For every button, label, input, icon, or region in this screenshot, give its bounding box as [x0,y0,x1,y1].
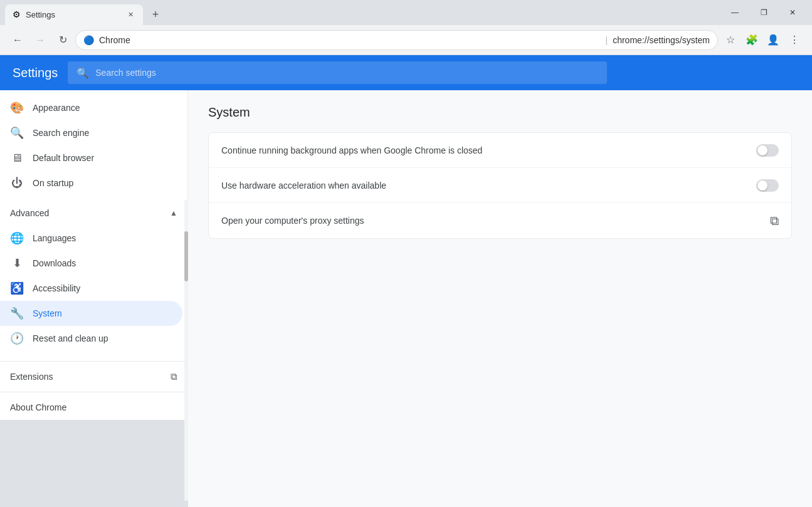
proxy-settings-label: Open your computer's proxy settings [221,216,770,226]
collapse-icon: ▲ [170,209,177,217]
address-base: Chrome [99,35,601,45]
sidebar-item-extensions[interactable]: Extensions ⧉ [0,364,187,389]
sidebar-divider-2 [0,392,187,392]
reload-button[interactable]: ↻ [53,30,73,50]
minimize-button[interactable]: — [720,3,749,23]
accessibility-icon: ♿ [10,281,24,295]
sidebar-item-appearance[interactable]: 🎨 Appearance [0,95,182,120]
system-icon: 🔧 [10,306,24,320]
about-chrome-label: About Chrome [10,402,66,412]
bookmark-button[interactable]: ☆ [720,30,741,50]
hardware-acceleration-row: Use hardware acceleration when available [209,168,791,203]
main-content: System Continue running background apps … [188,90,812,507]
hardware-acceleration-label: Use hardware acceleration when available [221,180,756,191]
nav-tools: ☆ 🧩 👤 ⋮ [720,30,804,50]
background-apps-toggle-knob [757,145,767,155]
sidebar-item-accessibility-label: Accessibility [33,283,80,293]
maximize-button[interactable]: ❐ [749,3,778,23]
search-icon: 🔍 [76,67,89,79]
proxy-settings-row: Open your computer's proxy settings ⧉ [209,203,791,238]
extensions-external-link-icon[interactable]: ⧉ [171,371,177,382]
reset-icon: 🕐 [10,332,24,345]
hardware-acceleration-toggle-knob [757,180,767,191]
downloads-icon: ⬇ [10,256,24,270]
search-box[interactable]: 🔍 [68,61,607,84]
section-title: System [208,105,792,120]
sidebar-item-system[interactable]: 🔧 System [0,301,182,326]
advanced-section-header[interactable]: Advanced ▲ [0,201,187,226]
search-input[interactable] [95,68,598,78]
default-browser-icon: 🖥 [10,152,24,165]
back-button[interactable]: ← [8,30,28,50]
appearance-icon: 🎨 [10,101,24,115]
on-startup-icon: ⏻ [10,177,24,190]
address-url: chrome://settings/system [613,35,710,45]
window-controls: — ❐ ✕ [720,3,807,23]
sidebar-item-downloads[interactable]: ⬇ Downloads [0,251,182,276]
settings-header: Settings 🔍 [0,55,812,90]
background-apps-toggle[interactable] [756,144,779,157]
hardware-acceleration-action [756,179,779,192]
sidebar-item-reset[interactable]: 🕐 Reset and clean up [0,326,182,351]
hardware-acceleration-toggle[interactable] [756,179,779,192]
profile-button[interactable]: 👤 [763,30,783,50]
tab-close-button[interactable]: ✕ [125,9,135,19]
sidebar-item-system-label: System [33,308,62,318]
sidebar-item-on-startup-label: On startup [33,178,73,188]
search-engine-icon: 🔍 [10,126,24,140]
background-apps-action [756,144,779,157]
sidebar-item-downloads-label: Downloads [33,258,76,268]
sidebar-item-accessibility[interactable]: ♿ Accessibility [0,276,182,301]
system-settings-card: Continue running background apps when Go… [208,132,792,239]
sidebar-item-search-engine[interactable]: 🔍 Search engine [0,120,182,145]
title-bar: ⚙ Settings ✕ + — ❐ ✕ [0,0,812,25]
sidebar-item-reset-label: Reset and clean up [33,333,108,343]
settings-page-title: Settings [13,66,58,80]
sidebar: 🎨 Appearance 🔍 Search engine 🖥 Default b… [0,90,188,507]
sidebar-item-languages[interactable]: 🌐 Languages [0,226,182,251]
close-button[interactable]: ✕ [778,3,807,23]
sidebar-divider [0,361,187,362]
sidebar-item-languages-label: Languages [33,233,76,243]
proxy-settings-external-link-icon[interactable]: ⧉ [770,214,779,228]
tab-title: Settings [26,10,120,19]
sidebar-item-default-browser-label: Default browser [33,153,94,163]
new-tab-button[interactable]: + [145,5,166,25]
nav-bar: ← → ↻ 🔵 Chrome | chrome://settings/syste… [0,25,812,55]
address-divider: | [606,35,608,45]
languages-icon: 🌐 [10,231,24,245]
sidebar-item-default-browser[interactable]: 🖥 Default browser [0,145,182,170]
menu-button[interactable]: ⋮ [784,30,804,50]
extensions-button[interactable]: 🧩 [742,30,762,50]
extensions-label: Extensions [10,372,53,382]
sidebar-item-about[interactable]: About Chrome [0,395,182,420]
site-icon: 🔵 [83,35,94,45]
tabs-area: ⚙ Settings ✕ + [5,1,720,25]
sidebar-item-search-engine-label: Search engine [33,128,89,138]
advanced-label: Advanced [10,208,49,218]
proxy-settings-action: ⧉ [770,214,779,228]
background-apps-label: Continue running background apps when Go… [221,145,756,155]
settings-tab[interactable]: ⚙ Settings ✕ [5,4,143,25]
forward-button[interactable]: → [30,30,50,50]
tab-favicon: ⚙ [13,9,21,19]
sidebar-item-on-startup[interactable]: ⏻ On startup [0,170,182,196]
sidebar-item-appearance-label: Appearance [33,103,80,113]
address-bar[interactable]: 🔵 Chrome | chrome://settings/system [75,30,718,50]
background-apps-row: Continue running background apps when Go… [209,133,791,168]
